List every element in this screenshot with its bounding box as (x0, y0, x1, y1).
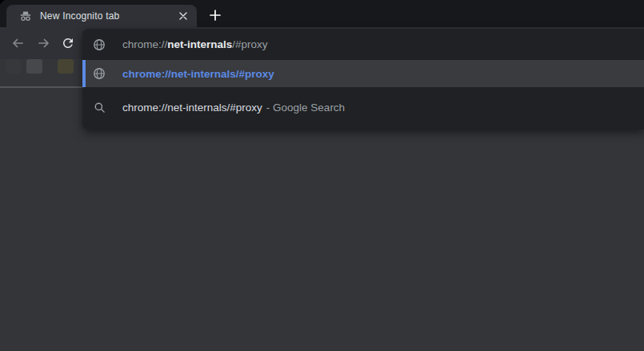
omnibox-value[interactable]: chrome://net-internals/#proxy (122, 38, 268, 50)
tab-strip: New Incognito tab (0, 0, 644, 27)
browser-window: New Incognito tab (0, 0, 644, 351)
omnibox-path: /#proxy (232, 38, 267, 50)
tab-new-incognito[interactable]: New Incognito tab (6, 5, 197, 27)
suggestion-url-row[interactable]: chrome://net-internals/#proxy (82, 60, 644, 87)
search-icon (93, 101, 106, 114)
suggestion-search-text: chrome://net-internals/#proxy (122, 102, 262, 114)
close-icon[interactable] (176, 9, 190, 23)
suggestion-url-text: chrome://net-internals/#proxy (122, 68, 274, 80)
reload-icon (61, 36, 75, 50)
omnibox-dropdown: chrome://net-internals/#proxy chrome://n… (82, 29, 644, 130)
new-tab-button[interactable] (205, 5, 226, 26)
omnibox-host: net-internals (167, 38, 232, 50)
suggestion-search-row[interactable]: chrome://net-internals/#proxy - Google S… (82, 94, 644, 121)
page-artifact-square (26, 59, 42, 74)
selection-accent-bar (82, 60, 86, 87)
plus-icon (210, 10, 221, 21)
page-artifact-square (58, 59, 74, 74)
reload-button[interactable] (57, 32, 79, 54)
tab-title: New Incognito tab (40, 10, 173, 22)
omnibox-scheme: chrome:// (122, 38, 167, 50)
omnibox-input-row[interactable]: chrome://net-internals/#proxy (82, 29, 644, 60)
forward-button[interactable] (33, 32, 55, 54)
incognito-icon (19, 10, 32, 22)
globe-icon (93, 67, 106, 80)
page-artifact-square (6, 59, 21, 74)
globe-icon (93, 38, 106, 51)
back-button[interactable] (6, 32, 29, 54)
forward-arrow-icon (37, 36, 51, 50)
back-arrow-icon (10, 36, 25, 50)
suggestion-annotation: - Google Search (266, 102, 345, 114)
